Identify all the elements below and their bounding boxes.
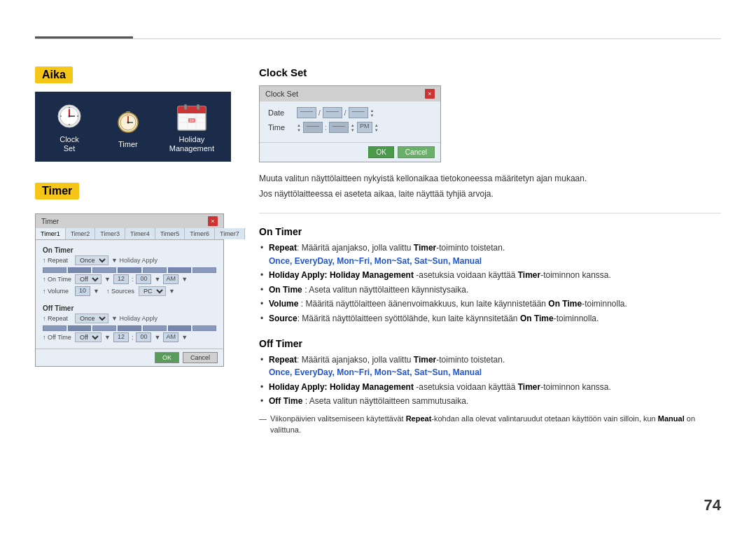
- on-volume-val: 10: [75, 286, 90, 296]
- timer-ok-button[interactable]: OK: [155, 352, 179, 363]
- on-time-ampm: AM: [163, 274, 178, 284]
- on-bullet1-end: -toiminto toistetan.: [436, 243, 505, 253]
- timer-dialog: Timer × Timer1 Timer2 Timer3 Timer4 Time…: [35, 213, 224, 367]
- timer-dialog-close[interactable]: ×: [208, 216, 218, 226]
- off-bullet3-mid: : Aseta valitun näyttölaitteen sammutusa…: [302, 396, 468, 406]
- time-input-m[interactable]: ——: [329, 122, 349, 133]
- on-bullet2-mid: -asetuksia voidaan käyttää: [414, 270, 518, 280]
- off-timer-right-section: Off Timer Repeat: Määritä ajanjakso, jol…: [259, 338, 721, 436]
- on-bullet5-mid: : Määritä näyttölaitteen syöttölähde, ku…: [298, 314, 520, 323]
- off-bullet2-mid: -asetuksia voidaan käyttää: [414, 382, 518, 392]
- on-volume-arr: ▼: [93, 288, 99, 295]
- on-bullet5-bold: Source: [269, 314, 298, 323]
- svg-rect-13: [126, 111, 130, 113]
- svg-point-4: [68, 115, 70, 117]
- aika-badge: Aika: [35, 66, 73, 83]
- clock-ok-button[interactable]: OK: [368, 146, 393, 158]
- date-label: Date: [268, 108, 293, 117]
- on-timer-sublabel: On Timer: [43, 246, 216, 254]
- time-h-spinner[interactable]: ▲ ▼: [297, 123, 301, 132]
- on-timer-right-section: On Timer Repeat: Määritä ajanjakso, joll…: [259, 226, 721, 325]
- on-sources-select[interactable]: PC: [139, 286, 166, 296]
- aika-menu-box: ClockSet: [35, 92, 231, 162]
- on-bullet4-link: On Time: [548, 299, 582, 309]
- timer-tab-4[interactable]: Timer4: [125, 228, 155, 239]
- timer-dialog-title: Timer: [41, 218, 59, 225]
- off-time-ampm-arr: ▼: [181, 334, 188, 341]
- timer-left-section: Timer Timer × Timer1 Timer2 Timer3 Timer…: [35, 183, 231, 367]
- clock-dialog-titlebar: Clock Set ×: [260, 86, 440, 101]
- time-ampm-spinner[interactable]: ▲ ▼: [374, 123, 379, 132]
- right-divider: [259, 213, 721, 213]
- off-bullet1-bold: Repeat: [269, 355, 297, 365]
- time-label: Time: [268, 123, 293, 132]
- date-sep-2: /: [344, 109, 346, 117]
- date-input-2[interactable]: ——: [323, 107, 342, 118]
- on-repeat-label: ↑ Repeat: [43, 257, 72, 264]
- holiday-management-label: HolidayManagement: [169, 135, 214, 153]
- clock-dialog-close[interactable]: ×: [425, 89, 435, 99]
- off-bullet3-bold: Off Time: [269, 396, 302, 406]
- on-bullet1-link: Timer: [414, 243, 436, 253]
- on-timer-heading: On Timer: [259, 226, 721, 237]
- clock-dialog-body: Date —— / —— / —— ▲ ▼: [260, 101, 440, 142]
- off-time-off-select[interactable]: Off: [75, 332, 102, 342]
- on-bullet3-mid: : Aseta valitun näyttölaitteen käynnisty…: [302, 285, 468, 295]
- on-time-off-select[interactable]: Off: [75, 274, 102, 284]
- on-bullet4-mid: : Määritä näyttölaitteen äänenvoimakkuus…: [298, 299, 548, 309]
- timer-dialog-titlebar: Timer ×: [36, 214, 223, 228]
- date-input-1[interactable]: ——: [297, 107, 316, 118]
- menu-item-clock[interactable]: ClockSet: [52, 100, 87, 153]
- date-input-3[interactable]: ——: [349, 107, 368, 118]
- menu-item-timer[interactable]: Timer: [111, 105, 146, 148]
- on-bullet2-link: Timer: [518, 270, 540, 280]
- on-volume-row: ↑ Volume 10 ▼ ↑ Sources PC ▼: [43, 286, 216, 296]
- timer-tab-5[interactable]: Timer5: [155, 228, 186, 239]
- timer-tab-3[interactable]: Timer3: [95, 228, 125, 239]
- off-repeat-label: ↑ Repeat: [43, 315, 72, 322]
- off-time-sep: ▼: [104, 334, 111, 341]
- clock-set-heading: Clock Set: [259, 66, 721, 78]
- time-input-h[interactable]: ——: [303, 122, 323, 133]
- on-bullet4-end: -toiminnolla.: [582, 299, 627, 309]
- off-time-row: ↑ Off Time Off ▼ 12 : 00 ▼ AM ▼: [43, 332, 216, 342]
- off-timer-heading: Off Timer: [259, 338, 721, 349]
- clock-dialog-title: Clock Set: [265, 90, 298, 98]
- clock-set-dialog: Clock Set × Date —— / —— / ——: [259, 85, 441, 162]
- on-bullet4-bold: Volume: [269, 299, 298, 309]
- timer-tabs: Timer1 Timer2 Timer3 Timer4 Timer5 Timer…: [36, 228, 223, 240]
- on-time-sep: ▼: [104, 276, 111, 283]
- on-time-ampm-arr: ▼: [181, 276, 188, 283]
- timer-tab-1[interactable]: Timer1: [36, 228, 66, 239]
- timer-tab-2[interactable]: Timer2: [66, 228, 96, 239]
- time-ampm[interactable]: PM: [357, 122, 372, 133]
- off-color-bars: [43, 325, 216, 331]
- aika-section: Aika: [35, 66, 231, 162]
- off-time-label: ↑ Off Time: [43, 334, 72, 341]
- time-row: Time ▲ ▼ —— : —— ▲: [268, 122, 432, 133]
- timer-tab-6[interactable]: Timer6: [185, 228, 215, 239]
- date-spinner[interactable]: ▲ ▼: [370, 108, 374, 118]
- menu-item-holiday[interactable]: 14 HolidayManagement: [169, 100, 214, 153]
- on-repeat-select[interactable]: Once: [75, 255, 108, 265]
- on-time-row: ↑ On Time Off ▼ 12 : 00 ▼ AM ▼: [43, 274, 216, 284]
- timer-tab-7[interactable]: Timer7: [215, 228, 245, 239]
- off-timer-note: Viikonpäivien valitsemiseen käytettävät …: [259, 414, 721, 436]
- note-text-start: Viikonpäivien valitsemiseen käytettävät: [270, 414, 406, 423]
- date-inputs: —— / —— / —— ▲ ▼: [297, 107, 374, 118]
- svg-point-14: [127, 121, 129, 123]
- time-sep: :: [325, 124, 327, 132]
- on-bullet2-end: -toiminnon kanssa.: [540, 270, 611, 280]
- off-timer-bullet-2: Holiday Apply: Holiday Management -asetu…: [259, 381, 721, 394]
- off-timer-bullet-1: Repeat: Määritä ajanjakso, jolla valittu…: [259, 353, 721, 379]
- on-bullet1-options: Once, EveryDay, Mon~Fri, Mon~Sat, Sat~Su…: [269, 256, 482, 266]
- off-time-colon: :: [132, 334, 134, 341]
- off-repeat-select[interactable]: Once: [75, 314, 108, 323]
- on-time-m: 00: [136, 274, 151, 284]
- on-time-colon: :: [132, 276, 134, 283]
- time-m-spinner[interactable]: ▲ ▼: [351, 123, 355, 132]
- timer-cancel-button[interactable]: Cancel: [183, 352, 218, 363]
- on-time-ampm-sep: ▼: [154, 276, 160, 283]
- off-time-ampm-sep: ▼: [154, 334, 160, 341]
- clock-cancel-button[interactable]: Cancel: [398, 146, 435, 158]
